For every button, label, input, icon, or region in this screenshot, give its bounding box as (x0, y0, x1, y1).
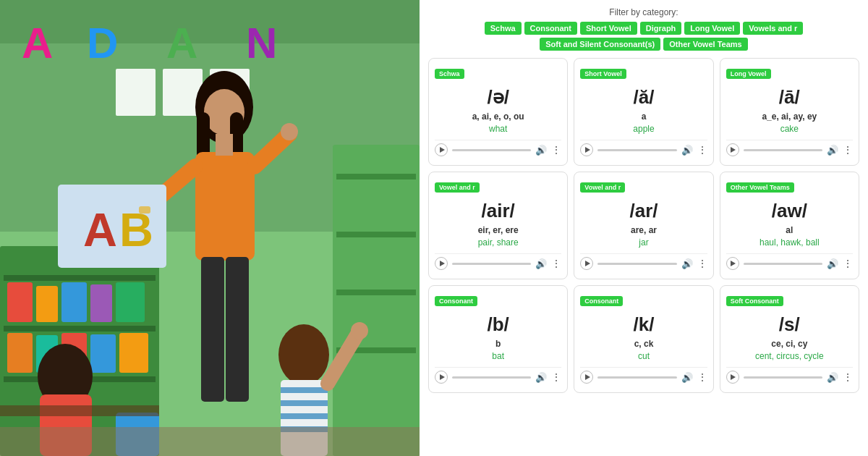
more-options-icon[interactable]: ⋮ (843, 371, 853, 383)
svg-rect-17 (90, 284, 112, 322)
card-spellings: a_e, ai, ay, ey (726, 111, 853, 122)
svg-text:A: A (22, 19, 53, 67)
progress-bar[interactable] (744, 263, 822, 265)
volume-icon[interactable]: 🔊 (535, 372, 547, 383)
card-example: jar (580, 237, 707, 248)
play-button[interactable] (435, 257, 448, 270)
more-options-icon[interactable]: ⋮ (551, 144, 561, 156)
phonics-card: Schwa /ə/ a, ai, e, o, ou what 🔊 ⋮ (428, 58, 568, 166)
more-options-icon[interactable]: ⋮ (697, 371, 707, 383)
progress-bar[interactable] (452, 376, 531, 379)
volume-icon[interactable]: 🔊 (827, 258, 838, 269)
play-icon (440, 261, 445, 266)
audio-player: 🔊 ⋮ (435, 253, 561, 273)
volume-icon[interactable]: 🔊 (535, 258, 547, 269)
card-badge: Soft Consonant (726, 296, 783, 306)
volume-icon[interactable]: 🔊 (681, 145, 693, 156)
filter-tag[interactable]: Vowels and r (743, 22, 803, 35)
filter-tag[interactable]: Other Vowel Teams (663, 38, 747, 51)
play-button[interactable] (580, 143, 593, 156)
phonics-cards-grid: Schwa /ə/ a, ai, e, o, ou what 🔊 ⋮ Short… (428, 58, 859, 393)
svg-rect-56 (0, 427, 420, 456)
volume-icon[interactable]: 🔊 (827, 145, 838, 156)
card-spellings: eir, er, ere (435, 225, 561, 235)
play-icon (731, 147, 736, 153)
play-button[interactable] (435, 143, 448, 156)
card-spellings: a, ai, e, o, ou (435, 111, 561, 122)
filter-tag[interactable]: Consonant (524, 22, 577, 35)
progress-bar[interactable] (597, 263, 676, 265)
svg-point-54 (351, 322, 368, 339)
card-example: cent, circus, cycle (726, 351, 853, 361)
svg-rect-7 (116, 69, 156, 116)
card-phoneme: /k/ (580, 313, 707, 336)
more-options-icon[interactable]: ⋮ (843, 144, 853, 156)
card-example: bat (435, 351, 561, 361)
play-icon (731, 374, 736, 380)
volume-icon[interactable]: 🔊 (681, 372, 693, 383)
audio-player: 🔊 ⋮ (580, 253, 707, 273)
card-phoneme: /air/ (435, 200, 561, 222)
svg-rect-49 (281, 387, 328, 393)
filter-tag[interactable]: Short Vowel (580, 22, 637, 35)
filter-tag[interactable]: Long Vowel (684, 22, 740, 35)
card-spellings: are, ar (580, 225, 707, 235)
svg-rect-15 (36, 286, 58, 322)
svg-text:A: A (166, 19, 197, 67)
play-button[interactable] (580, 257, 593, 270)
play-icon (440, 374, 445, 380)
filter-tag[interactable]: Schwa (485, 22, 522, 35)
card-badge: Consonant (580, 296, 623, 306)
play-button[interactable] (726, 371, 739, 384)
svg-rect-36 (226, 257, 249, 402)
phonics-card: Soft Consonant /s/ ce, ci, cy cent, circ… (720, 285, 859, 393)
phonics-card: Long Vowel /ā/ a_e, ai, ay, ey cake 🔊 ⋮ (720, 58, 859, 166)
progress-bar[interactable] (744, 149, 822, 151)
volume-icon[interactable]: 🔊 (535, 145, 547, 156)
svg-rect-11 (4, 275, 156, 281)
progress-bar[interactable] (597, 149, 676, 151)
card-example: cake (726, 124, 853, 134)
card-badge: Other Vowel Teams (726, 182, 794, 193)
card-badge: Vowel and r (580, 182, 625, 193)
filter-tag[interactable]: Soft and Silent Consonant(s) (540, 38, 660, 51)
classroom-image: A D A N (0, 0, 420, 456)
progress-bar[interactable] (597, 376, 676, 379)
more-options-icon[interactable]: ⋮ (843, 258, 853, 269)
volume-icon[interactable]: 🔊 (827, 372, 838, 383)
play-icon (440, 147, 445, 153)
audio-player: 🔊 ⋮ (435, 140, 561, 159)
more-options-icon[interactable]: ⋮ (697, 144, 707, 156)
play-button[interactable] (726, 257, 739, 270)
svg-rect-44 (139, 206, 150, 214)
card-spellings: a (580, 111, 707, 122)
card-badge: Long Vowel (726, 69, 771, 79)
more-options-icon[interactable]: ⋮ (697, 258, 707, 269)
svg-rect-23 (119, 333, 148, 373)
play-button[interactable] (726, 143, 739, 156)
svg-rect-35 (201, 257, 224, 402)
card-example: cut (580, 351, 707, 361)
progress-bar[interactable] (452, 149, 531, 151)
progress-bar[interactable] (452, 263, 531, 265)
more-options-icon[interactable]: ⋮ (551, 371, 561, 383)
svg-rect-50 (281, 400, 328, 406)
play-icon (585, 374, 590, 380)
card-phoneme: /ə/ (435, 86, 561, 109)
svg-rect-18 (116, 282, 145, 322)
volume-icon[interactable]: 🔊 (681, 258, 693, 269)
filter-tag[interactable]: Digraph (640, 22, 682, 35)
play-button[interactable] (580, 371, 593, 384)
filter-tags-container: SchwaConsonantShort VowelDigraphLong Vow… (428, 22, 859, 51)
progress-bar[interactable] (744, 376, 822, 379)
play-button[interactable] (435, 371, 448, 384)
svg-point-39 (281, 123, 298, 140)
card-phoneme: /aw/ (726, 200, 853, 222)
phonics-card: Other Vowel Teams /aw/ al haul, hawk, ba… (720, 172, 859, 279)
card-example: what (435, 124, 561, 134)
card-spellings: b (435, 339, 561, 349)
svg-rect-16 (61, 282, 87, 322)
more-options-icon[interactable]: ⋮ (551, 258, 561, 269)
phonics-card: Vowel and r /ar/ are, ar jar 🔊 ⋮ (574, 172, 713, 279)
card-phoneme: /ă/ (580, 86, 707, 109)
